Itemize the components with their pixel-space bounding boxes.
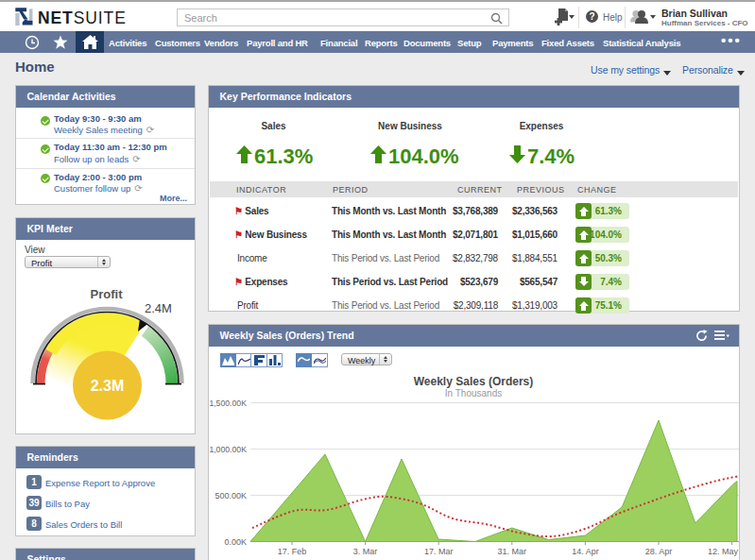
svg-text:14. Apr: 14. Apr [572, 547, 599, 556]
svg-text:28. Apr: 28. Apr [645, 547, 673, 556]
svg-text:3. Mar: 3. Mar [353, 547, 378, 556]
svg-text:1,500.00K: 1,500.00K [209, 399, 247, 408]
svg-text:500.00K: 500.00K [214, 491, 247, 501]
svg-text:31. Mar: 31. Mar [498, 547, 527, 556]
svg-text:0.00K: 0.00K [224, 537, 247, 547]
svg-text:1,000.00K: 1,000.00K [209, 445, 247, 454]
svg-text:17. Mar: 17. Mar [424, 547, 454, 556]
svg-text:17. Feb: 17. Feb [278, 547, 307, 556]
svg-text:2.3M: 2.3M [91, 378, 125, 394]
svg-text:12. May: 12. May [708, 547, 739, 556]
